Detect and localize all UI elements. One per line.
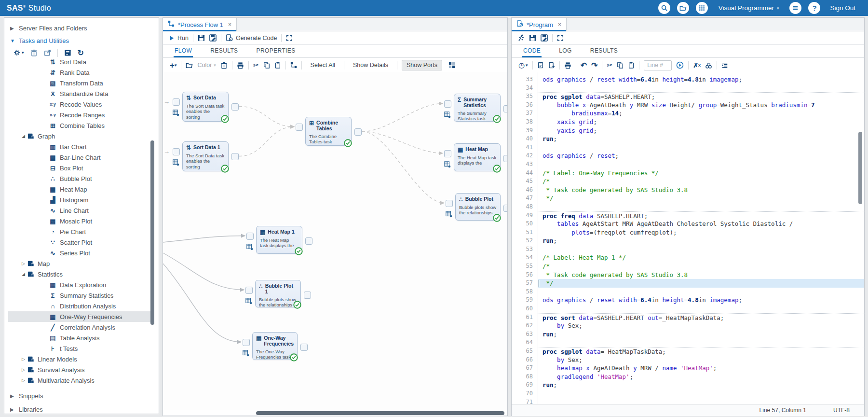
input-data-icon[interactable]	[444, 111, 451, 120]
code-line-39[interactable]: 39 yaxis grid;	[512, 126, 864, 135]
tree-item-histogram[interactable]: ▟Histogram	[4, 195, 159, 205]
input-data-icon[interactable]	[245, 298, 252, 306]
tree-item-t-tests[interactable]: ⊦t Tests	[4, 343, 159, 354]
paste-icon[interactable]	[628, 62, 635, 69]
show-ports-button[interactable]: Show Ports	[402, 60, 442, 70]
flow-node-sort-data-1[interactable]: ⇅Sort Data 1The Sort Data task enables t…	[182, 141, 229, 171]
flow-node-sort-data[interactable]: ⇅Sort DataThe Sort Data task enables the…	[182, 92, 229, 122]
tab-results[interactable]: RESULTS	[589, 47, 619, 57]
print-icon[interactable]	[237, 62, 244, 69]
input-port[interactable]	[245, 287, 253, 294]
save-icon[interactable]	[529, 34, 536, 42]
code-line-67[interactable]: 67 heatmap x=AgeAtDeath y=MRW / name='He…	[512, 364, 864, 373]
input-data-icon[interactable]	[173, 110, 179, 118]
output-port[interactable]	[503, 155, 507, 162]
code-line-45[interactable]: 45/*	[512, 177, 864, 186]
chevron-expanded-icon[interactable]: ◢	[22, 134, 27, 139]
input-data-icon[interactable]	[173, 159, 179, 168]
save-as-icon[interactable]	[209, 34, 217, 42]
flow-node-heat-map[interactable]: ▦Heat MapThe Heat Map task displays the	[454, 143, 501, 171]
code-line-66[interactable]: 66 by Sex;	[512, 356, 864, 364]
tree-item-bar-chart[interactable]: ▥Bar Chart	[4, 141, 159, 152]
code-line-59[interactable]: 59ods graphics / reset width=6.4in heigh…	[512, 296, 864, 305]
code-line-44[interactable]: 44/* Label: One-Way Frequencies */	[512, 169, 864, 178]
maximize-icon[interactable]	[557, 35, 564, 42]
tab-flow[interactable]: FLOW	[174, 47, 193, 57]
sidebar-section-tasks[interactable]: ▼ Tasks and Utilities	[4, 34, 159, 47]
tree-item-summary-statistics[interactable]: ΣSummary Statistics	[4, 290, 159, 301]
tree-item-linear-models[interactable]: ▷Linear Models	[4, 354, 159, 364]
flow-node-one-way-frequencies[interactable]: ▦One-Way FrequenciesThe One-Way Frequenc…	[252, 332, 298, 360]
tab-properties[interactable]: PROPERTIES	[256, 47, 297, 57]
tree-item-graph[interactable]: ◢Graph	[4, 131, 159, 141]
code-line-50[interactable]: 50 tables AgeAtStart MRW AgeAtDeath Chol…	[512, 220, 864, 228]
tree-item-recode-values[interactable]: x:yRecode Values	[4, 99, 159, 110]
tree-item-correlation-analysis[interactable]: ╱Correlation Analysis	[4, 322, 159, 333]
tree-item-one-way-frequencies[interactable]: ▦One-Way Frequencies	[4, 311, 159, 322]
delete-task-icon[interactable]	[30, 49, 38, 56]
role-selector[interactable]: Visual Programmer▾	[719, 4, 779, 12]
tree-item-transform-data[interactable]: ▧Transform Data	[4, 78, 159, 88]
copy-icon[interactable]	[617, 62, 624, 69]
code-line-47[interactable]: 47 */	[512, 194, 864, 203]
code-line-33[interactable]: 33ods graphics / reset width=6.4in heigh…	[512, 75, 864, 84]
chevron-collapsed-icon[interactable]: ▷	[22, 367, 27, 372]
submission-history-icon[interactable]: ◷▾	[518, 61, 528, 70]
tree-item-standardize-data[interactable]: X̄Standardize Data	[4, 88, 159, 99]
code-line-38[interactable]: 38 xaxis grid;	[512, 118, 864, 126]
chevron-expanded-icon[interactable]: ◢	[22, 272, 27, 277]
code-line-46[interactable]: 46 * Task code generated by SAS Studio 3…	[512, 186, 864, 195]
generate-code-button[interactable]: Generate Code	[226, 34, 277, 42]
cut-icon[interactable]: ✂	[253, 61, 259, 69]
tree-item-map[interactable]: ▷Map	[4, 258, 159, 269]
tree-item-statistics[interactable]: ◢Statistics	[4, 269, 159, 279]
code-line-35[interactable]: 35proc sgplot data=SASHELP.HEART;	[512, 92, 864, 101]
sidebar-section-snippets[interactable]: ▶ Snippets	[4, 389, 159, 402]
input-port[interactable]	[243, 339, 250, 346]
redo-icon[interactable]: ↷	[591, 61, 597, 70]
tab-code[interactable]: CODE	[522, 47, 542, 57]
undo-icon[interactable]: ↶	[581, 61, 587, 70]
chevron-collapsed-icon[interactable]: ▷	[22, 357, 27, 361]
code-line-58[interactable]: 58	[512, 288, 864, 296]
copy-icon[interactable]	[263, 62, 270, 69]
code-line-55[interactable]: 55/*	[512, 262, 864, 271]
tree-item-combine-tables[interactable]: ⊞Combine Tables	[4, 120, 159, 131]
flow-node-bubble-plot[interactable]: ∴Bubble PlotBubble plots show the relati…	[455, 193, 501, 221]
show-details-button[interactable]: Show Details	[349, 60, 393, 70]
run-button[interactable]: Run	[169, 35, 189, 42]
flow-node-bubble-plot-1[interactable]: ∴Bubble Plot 1Bubble plots show the rela…	[255, 280, 301, 307]
insert-code-icon[interactable]	[548, 62, 555, 69]
output-port[interactable]	[503, 105, 507, 112]
tree-item-scatter-plot[interactable]: ∵Scatter Plot	[4, 237, 159, 248]
apps-grid-icon[interactable]	[696, 2, 708, 14]
code-line-70[interactable]: 70	[512, 389, 864, 398]
find-replace-icon[interactable]	[705, 62, 712, 69]
output-port[interactable]	[503, 205, 507, 212]
sidebar-section-server-files[interactable]: ▶ Server Files and Folders	[4, 22, 159, 34]
sign-out-button[interactable]: Sign Out	[830, 4, 855, 12]
maximize-icon[interactable]	[286, 35, 293, 42]
open-folder-icon[interactable]	[677, 2, 689, 14]
output-port[interactable]	[231, 103, 239, 111]
editor-scrollbar[interactable]	[858, 132, 862, 204]
format-code-icon[interactable]	[721, 62, 728, 69]
code-line-43[interactable]: 43	[512, 160, 864, 169]
tree-item-recode-ranges[interactable]: x-yRecode Ranges	[4, 110, 159, 120]
code-line-71[interactable]: 71	[512, 398, 864, 404]
open-folder-icon[interactable]	[186, 62, 193, 69]
input-port[interactable]	[246, 233, 254, 240]
flow-node-summary-statistics[interactable]: ΣSummary StatisticsThe Summary Statistic…	[454, 94, 501, 122]
tree-item-mosaic-plot[interactable]: ▩Mosaic Plot	[4, 216, 159, 226]
chevron-collapsed-icon[interactable]: ▷	[22, 261, 27, 266]
code-line-62[interactable]: 62 by Sex;	[512, 321, 864, 330]
output-port[interactable]	[305, 237, 312, 245]
code-line-61[interactable]: 61proc sort data=SASHELP.HEART out=_Heat…	[512, 313, 864, 322]
input-data-icon[interactable]	[444, 161, 451, 170]
tree-item-pie-chart[interactable]: ◔Pie Chart	[4, 226, 159, 237]
close-icon[interactable]: ×	[558, 21, 561, 28]
code-line-34[interactable]: 34	[512, 84, 864, 93]
color-dropdown[interactable]: Color▾	[197, 62, 216, 69]
code-line-37[interactable]: 37 bradiusmax=14;	[512, 109, 864, 118]
code-line-54[interactable]: 54/* Label: Heat Map 1 */	[512, 253, 864, 262]
